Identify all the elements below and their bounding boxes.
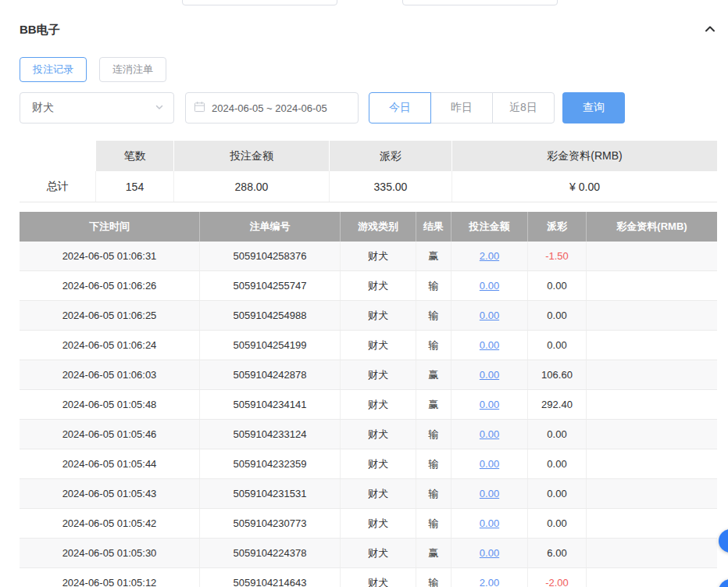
- cell-bonus: [586, 420, 717, 449]
- bet-amount-link[interactable]: 0.00: [480, 369, 499, 381]
- cell-payout: 0.00: [527, 449, 586, 478]
- cell-bonus: [586, 449, 717, 478]
- summary-total-label: 总计: [20, 171, 95, 202]
- summary-header-payout: 派彩: [329, 141, 451, 171]
- summary-table: 笔数 投注金额 派彩 彩金资料(RMB) 总计 154 288.00 335.0…: [20, 141, 717, 202]
- cell-order-id: 5059104254199: [199, 331, 340, 360]
- cell-bet-time: 2024-06-05 01:06:24: [20, 331, 199, 360]
- table-row: 2024-06-05 01:06:24 5059104254199 财犬 输 0…: [20, 331, 717, 360]
- bet-amount-link[interactable]: 0.00: [480, 547, 499, 559]
- table-row: 2024-06-05 01:05:46 5059104233124 财犬 输 0…: [20, 420, 717, 449]
- cell-order-id: 5059104232359: [199, 449, 340, 478]
- bet-amount-link[interactable]: 0.00: [480, 428, 499, 440]
- table-row: 2024-06-05 01:06:25 5059104254988 财犬 输 0…: [20, 301, 717, 331]
- cell-bet-time: 2024-06-05 01:06:31: [20, 242, 199, 270]
- summary-bet-amount-value: 288.00: [173, 171, 329, 202]
- records-table-header: 下注时间 注单编号 游戏类别 结果 投注金额 派彩 彩金资料(RMB): [20, 212, 717, 242]
- cell-game-type: 财犬: [340, 390, 416, 419]
- chevron-down-icon: [155, 102, 164, 114]
- records-table-body: 2024-06-05 01:06:31 5059104258376 财犬 赢 2…: [20, 242, 717, 587]
- summary-count-value: 154: [95, 171, 173, 202]
- cell-game-type: 财犬: [340, 331, 416, 360]
- cell-bet-time: 2024-06-05 01:06:03: [20, 360, 199, 389]
- records-table: 下注时间 注单编号 游戏类别 结果 投注金额 派彩 彩金资料(RMB) 2024…: [20, 212, 717, 587]
- collapse-panel-button[interactable]: [703, 22, 717, 38]
- cell-bonus: [586, 360, 717, 389]
- cell-bonus: [586, 271, 717, 300]
- cell-result: 赢: [416, 390, 451, 419]
- cell-game-type: 财犬: [340, 539, 416, 567]
- cell-bonus: [586, 539, 717, 567]
- summary-header-row: 笔数 投注金额 派彩 彩金资料(RMB): [20, 141, 717, 171]
- cell-bonus: [586, 301, 717, 330]
- cell-bet-amount: 2.00: [451, 242, 527, 270]
- page-title: BB电子: [20, 23, 60, 38]
- cell-payout: 292.40: [527, 390, 586, 419]
- bet-amount-link[interactable]: 0.00: [480, 280, 499, 292]
- bet-amount-link[interactable]: 2.00: [480, 577, 499, 587]
- bet-amount-link[interactable]: 0.00: [480, 458, 499, 470]
- cell-bet-amount: 0.00: [451, 539, 527, 567]
- cell-bet-amount: 0.00: [451, 449, 527, 478]
- table-row: 2024-06-05 01:05:30 5059104224378 财犬 赢 0…: [20, 539, 717, 568]
- cell-result: 赢: [416, 360, 451, 389]
- bet-amount-link[interactable]: 2.00: [480, 250, 499, 262]
- bet-amount-link[interactable]: 0.00: [480, 310, 499, 321]
- tab-bet-records[interactable]: 投注记录: [20, 57, 87, 82]
- quick-yesterday-button[interactable]: 昨日: [430, 92, 493, 123]
- cell-game-type: 财犬: [340, 301, 416, 330]
- cell-order-id: 5059104233124: [199, 420, 340, 449]
- tab-cancelled-orders[interactable]: 连消注单: [99, 57, 166, 82]
- game-select[interactable]: 财犬: [20, 92, 174, 123]
- cell-order-id: 5059104231531: [199, 479, 340, 508]
- cell-result: 赢: [416, 539, 451, 567]
- cell-result: 输: [416, 479, 451, 508]
- cell-game-type: 财犬: [340, 509, 416, 538]
- table-row: 2024-06-05 01:05:44 5059104232359 财犬 输 0…: [20, 449, 717, 479]
- cell-payout: -1.50: [527, 242, 586, 270]
- cell-order-id: 5059104234141: [199, 390, 340, 419]
- cell-bonus: [586, 509, 717, 538]
- cell-bonus: [586, 242, 717, 270]
- cell-bet-time: 2024-06-05 01:05:44: [20, 449, 199, 478]
- table-row: 2024-06-05 01:05:48 5059104234141 财犬 赢 0…: [20, 390, 717, 420]
- quick-last8days-button[interactable]: 近8日: [492, 92, 555, 123]
- date-range-input[interactable]: 2024-06-05 ~ 2024-06-05: [185, 92, 359, 123]
- top-partial-select-1[interactable]: [182, 0, 337, 5]
- cell-order-id: 5059104258376: [199, 242, 340, 270]
- cell-payout: 6.00: [527, 539, 586, 567]
- cell-result: 输: [416, 449, 451, 478]
- cell-bonus: [586, 331, 717, 360]
- cell-game-type: 财犬: [340, 242, 416, 270]
- cell-result: 输: [416, 568, 451, 587]
- table-row: 2024-06-05 01:06:31 5059104258376 财犬 赢 2…: [20, 242, 717, 271]
- bet-amount-link[interactable]: 0.00: [480, 339, 499, 351]
- cell-bet-amount: 0.00: [451, 390, 527, 419]
- cell-bet-amount: 2.00: [451, 568, 527, 587]
- cell-bet-time: 2024-06-05 01:06:26: [20, 271, 199, 300]
- cell-bet-amount: 0.00: [451, 420, 527, 449]
- summary-header-count: 笔数: [95, 141, 173, 171]
- cell-bet-time: 2024-06-05 01:05:48: [20, 390, 199, 419]
- filter-bar: 财犬 2024-06-05 ~ 2024-06-05 今日 昨日 近8日 查询: [20, 92, 717, 123]
- top-partial-select-2[interactable]: [402, 0, 558, 5]
- cell-order-id: 5059104242878: [199, 360, 340, 389]
- cell-bonus: [586, 390, 717, 419]
- cell-game-type: 财犬: [340, 479, 416, 508]
- query-button[interactable]: 查询: [562, 92, 625, 123]
- bet-amount-link[interactable]: 0.00: [480, 488, 499, 499]
- header-bonus: 彩金资料(RMB): [586, 212, 717, 242]
- table-row: 2024-06-05 01:05:42 5059104230773 财犬 输 0…: [20, 509, 717, 539]
- table-row: 2024-06-05 01:05:43 5059104231531 财犬 输 0…: [20, 479, 717, 509]
- summary-header-bonus: 彩金资料(RMB): [451, 141, 717, 171]
- cell-bet-amount: 0.00: [451, 301, 527, 330]
- cell-bet-amount: 0.00: [451, 331, 527, 360]
- header-bet-time: 下注时间: [20, 212, 199, 242]
- cell-bet-amount: 0.00: [451, 509, 527, 538]
- record-type-tabs: 投注记录 连消注单: [20, 57, 717, 82]
- cell-order-id: 5059104230773: [199, 509, 340, 538]
- bet-amount-link[interactable]: 0.00: [480, 399, 499, 410]
- cell-result: 赢: [416, 242, 451, 270]
- bet-amount-link[interactable]: 0.00: [480, 517, 499, 529]
- quick-today-button[interactable]: 今日: [369, 92, 431, 123]
